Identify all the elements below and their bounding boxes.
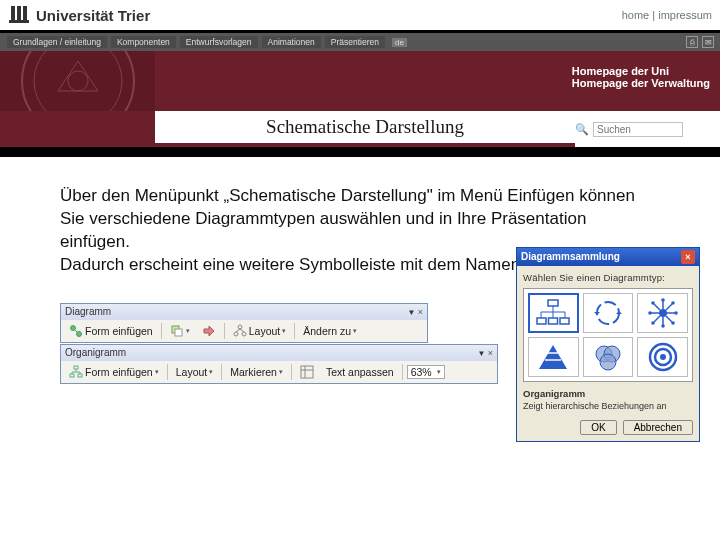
org-zoom[interactable]: 63%▾ [407,365,445,379]
svg-marker-37 [616,311,622,314]
homepage-verwaltung-link[interactable]: Homepage der Verwaltung [572,77,710,89]
svg-point-51 [674,311,678,315]
logo-text: Universität Trier [36,7,150,24]
svg-point-7 [71,325,76,330]
page-title: Schematische Darstellung [155,111,575,147]
dialog-description: Organigramm Zeigt hierarchische Beziehun… [523,388,693,412]
nav-grundlagen[interactable]: Grundlagen / einleitung [7,36,107,48]
reverse-button[interactable] [198,324,220,338]
organigramm-toolbar-close[interactable]: × [488,348,493,358]
search-icon[interactable]: 🔍 [575,123,589,136]
svg-point-55 [671,301,675,305]
org-text-anpassen-button[interactable]: Text anpassen [322,366,398,378]
svg-point-64 [660,354,666,360]
svg-point-54 [651,321,655,325]
svg-point-48 [661,298,665,302]
svg-line-45 [666,316,672,322]
svg-rect-27 [548,300,558,306]
print-icon[interactable]: ⎙ [686,36,698,48]
svg-point-49 [661,324,665,328]
svg-rect-29 [549,318,558,324]
svg-rect-3 [9,20,29,23]
pyramid-type[interactable] [528,337,579,377]
university-logo: Universität Trier [8,4,150,26]
homepage-links: Homepage der Uni Homepage der Verwaltung [572,65,710,89]
nav-animationen[interactable]: Animationen [262,36,321,48]
cancel-button[interactable]: Abbrechen [623,420,693,435]
form-einfuegen-button[interactable]: Form einfügen [65,324,157,338]
svg-rect-11 [175,329,182,336]
venn-type[interactable] [583,337,634,377]
dialog-label: Wählen Sie einen Diagrammtyp: [523,272,693,283]
svg-rect-28 [537,318,546,324]
diagrammsammlung-dialog: Diagrammsammlung × Wählen Sie einen Diag… [516,247,700,442]
nav-entwurfsvorlagen[interactable]: Entwurfsvorlagen [180,36,258,48]
svg-marker-56 [539,345,567,369]
svg-point-6 [68,71,88,91]
diagramm-toolbar-close[interactable]: × [418,307,423,317]
nav-praesentieren[interactable]: Präsentieren [325,36,385,48]
svg-point-12 [238,325,242,329]
svg-point-5 [34,51,122,111]
mail-icon[interactable]: ✉ [702,36,714,48]
svg-point-36 [597,302,619,324]
layout-button[interactable]: Layout▾ [229,324,291,338]
organigramm-toolbar: Organigramm ▼ × Form einfügen▾ Layout▾ M… [60,344,498,384]
svg-point-61 [600,354,616,370]
radial-type[interactable] [637,293,688,333]
org-form-einfuegen-button[interactable]: Form einfügen▾ [65,365,163,379]
svg-rect-1 [17,6,21,20]
svg-rect-17 [74,366,78,369]
close-icon[interactable]: × [681,250,695,264]
svg-line-9 [75,330,77,332]
main-nav: Grundlagen / einleitung Komponenten Entw… [0,33,720,51]
orgchart-type[interactable] [528,293,579,333]
svg-point-50 [648,311,652,315]
svg-line-47 [666,304,672,310]
svg-point-8 [77,331,82,336]
aendern-zu-button[interactable]: Ändern zu▾ [299,325,361,337]
organigramm-toolbar-dropdown[interactable]: ▼ × [478,348,493,358]
svg-rect-0 [11,6,15,20]
svg-marker-38 [594,312,600,315]
svg-point-52 [651,301,655,305]
svg-line-44 [654,304,660,310]
organigramm-toolbar-title: Organigramm [65,347,126,358]
home-link[interactable]: home [622,9,650,21]
target-type[interactable] [637,337,688,377]
svg-line-16 [240,329,244,332]
diagramm-toolbar: Diagramm ▼ × Form einfügen ▾ Layout▾ Änd… [60,303,428,343]
svg-point-13 [234,332,238,336]
university-seal [0,51,155,111]
lang-de[interactable]: de [392,38,407,47]
cycle-type[interactable] [583,293,634,333]
homepage-uni-link[interactable]: Homepage der Uni [572,65,710,77]
move-back-button[interactable]: ▾ [166,324,194,338]
dialog-title: Diagrammsammlung [521,251,620,262]
top-links: home | impressum [622,9,712,21]
impressum-link[interactable]: impressum [658,9,712,21]
org-autoformat-button[interactable] [296,365,318,379]
ok-button[interactable]: OK [580,420,616,435]
org-layout-button[interactable]: Layout▾ [172,366,218,378]
search-input[interactable] [593,122,683,137]
nav-komponenten[interactable]: Komponenten [111,36,176,48]
svg-rect-18 [70,374,74,377]
org-markieren-button[interactable]: Markieren▾ [226,366,287,378]
svg-line-15 [236,329,240,332]
svg-point-39 [659,309,667,317]
svg-rect-19 [78,374,82,377]
svg-rect-30 [560,318,569,324]
svg-point-53 [671,321,675,325]
svg-rect-24 [301,366,313,378]
diagramm-toolbar-dropdown[interactable]: ▼ × [408,307,423,317]
diagramm-toolbar-title: Diagramm [65,306,111,317]
svg-point-14 [242,332,246,336]
svg-rect-2 [23,6,27,20]
svg-line-46 [654,316,660,322]
